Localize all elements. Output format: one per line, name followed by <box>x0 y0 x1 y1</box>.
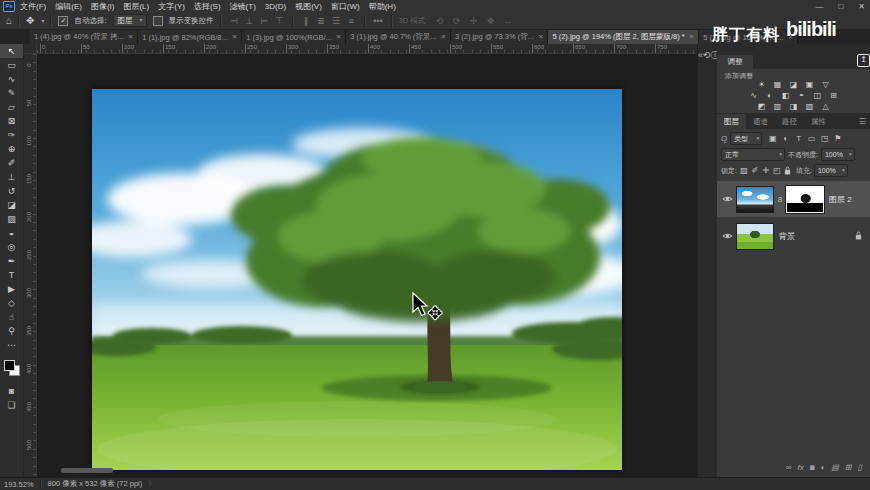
eyedropper-tool[interactable]: ✑ <box>0 128 23 142</box>
home-icon[interactable]: ⌂ <box>6 15 12 26</box>
visibility-eye-icon[interactable] <box>721 232 733 240</box>
filter-type-dropdown[interactable]: 类型 <box>730 132 762 145</box>
menu-item-1[interactable]: 文件(F) <box>20 1 46 12</box>
blur-tool[interactable]: ◒ <box>0 226 23 240</box>
tab-close-icon[interactable]: ✕ <box>336 33 341 41</box>
doc-tab-4[interactable]: 3 (1).jpg @ 40.7% (背景...✕ <box>346 30 451 44</box>
color-lookup-icon[interactable]: ⊞ <box>827 91 840 101</box>
close-button[interactable]: ✕ <box>858 2 865 11</box>
menu-item-3[interactable]: 图像(I) <box>91 1 115 12</box>
shape-tool[interactable]: ◇ <box>0 296 23 310</box>
fill-dropdown[interactable]: 100% <box>814 164 848 177</box>
3d-slide-icon[interactable]: ✥ <box>484 16 497 26</box>
menu-item-6[interactable]: 选择(S) <box>194 1 221 12</box>
more-options-icon[interactable]: ••• <box>372 16 385 26</box>
foreground-swatch[interactable] <box>4 360 15 371</box>
minimize-button[interactable]: — <box>815 2 823 11</box>
edit-toolbar-icon[interactable]: ⋯ <box>0 338 23 352</box>
menu-item-2[interactable]: 编辑(E) <box>55 1 82 12</box>
tab-close-icon[interactable]: ✕ <box>538 33 543 41</box>
quick-mask-icon[interactable]: ◙ <box>0 384 23 398</box>
dodge-tool[interactable]: ◎ <box>0 240 23 254</box>
threshold-icon[interactable]: ◨ <box>787 102 800 112</box>
zoom-level-field[interactable]: 193.52% <box>4 480 34 489</box>
distribute-left-icon[interactable]: ☰ <box>330 16 343 26</box>
3d-scale-icon[interactable]: ↔ <box>501 16 514 26</box>
3d-roll-icon[interactable]: ⟳ <box>450 16 463 26</box>
spot-healing-brush-tool[interactable]: ⊕ <box>0 142 23 156</box>
menu-item-11[interactable]: 帮助(H) <box>369 1 396 12</box>
new-group-icon[interactable]: ▤ <box>831 463 839 472</box>
filter-adjustment-icon[interactable]: ◐ <box>780 134 791 143</box>
exposure-icon[interactable]: ▣ <box>803 80 816 90</box>
photo-filter-icon[interactable]: ◓ <box>795 91 808 101</box>
distribute-horizontal-icon[interactable]: ≣ <box>315 16 328 26</box>
doc-tab-5[interactable]: 3 (2).jpg @ 73.3% (背...✕ <box>451 30 548 44</box>
layer-row-layer2[interactable]: 8 图层 2 <box>717 181 870 217</box>
color-balance-icon[interactable]: ◐ <box>763 91 776 101</box>
3d-drag-icon[interactable]: ✛ <box>467 16 480 26</box>
visibility-eye-icon[interactable] <box>721 195 733 203</box>
status-chevron-icon[interactable]: 〉 <box>148 479 155 489</box>
tab-close-icon[interactable]: ✕ <box>232 33 237 41</box>
auto-select-checkbox[interactable]: ✓ <box>58 16 68 26</box>
move-tool-icon[interactable]: ✥ <box>26 15 34 26</box>
doc-tab-1[interactable]: 1 (4).jpg @ 40% (背景 拷...✕ <box>30 30 138 44</box>
tab-close-icon[interactable]: ✕ <box>689 33 694 41</box>
layer-name[interactable]: 图层 2 <box>829 194 852 205</box>
gradient-map-icon[interactable]: ▧ <box>803 102 816 112</box>
document-canvas[interactable] <box>92 89 622 470</box>
frame-tool[interactable]: ⊠ <box>0 114 23 128</box>
horizontal-scrollbar[interactable] <box>61 468 113 473</box>
menu-item-4[interactable]: 图层(L) <box>123 1 149 12</box>
curves-icon[interactable]: ◪ <box>787 80 800 90</box>
filter-type-icon[interactable]: T <box>793 134 804 143</box>
levels-icon[interactable]: ▦ <box>771 80 784 90</box>
add-mask-icon[interactable]: ◙ <box>810 463 815 472</box>
hand-tool[interactable]: ☝ <box>0 310 23 324</box>
quick-selection-tool[interactable]: ✎ <box>0 86 23 100</box>
filter-smartobject-icon[interactable]: ◳ <box>819 134 830 143</box>
menu-item-8[interactable]: 3D(D) <box>265 2 286 11</box>
panel-tab-4[interactable]: 属性 <box>804 114 833 129</box>
panel-tab-3[interactable]: 路径 <box>775 114 804 129</box>
vibrance-icon[interactable]: ▽ <box>819 80 832 90</box>
layer-effects-icon[interactable]: fx <box>797 463 803 472</box>
black-white-icon[interactable]: ◧ <box>779 91 792 101</box>
posterize-icon[interactable]: ▥ <box>771 102 784 112</box>
show-transform-checkbox[interactable] <box>153 16 163 26</box>
align-top-icon[interactable]: ⊤ <box>273 16 286 26</box>
filter-shape-icon[interactable]: ▭ <box>806 134 817 143</box>
tab-adjustments[interactable]: 调整 <box>717 55 753 69</box>
panel-tab-2[interactable]: 通道 <box>746 114 775 129</box>
path-selection-tool[interactable]: ▶ <box>0 282 23 296</box>
distribute-top-icon[interactable]: ≡ <box>345 16 358 26</box>
lock-all-icon[interactable] <box>784 166 791 175</box>
distribute-vertical-icon[interactable]: ∥ <box>300 16 313 26</box>
menu-item-7[interactable]: 滤镜(T) <box>230 1 256 12</box>
layer-name[interactable]: 背景 <box>779 231 795 242</box>
tab-close-icon[interactable]: ✕ <box>128 33 133 41</box>
lock-transparent-icon[interactable]: ▨ <box>739 166 749 175</box>
eraser-tool[interactable]: ◪ <box>0 198 23 212</box>
align-left-icon[interactable]: ⊣ <box>228 16 241 26</box>
new-adjustment-icon[interactable]: ◐ <box>820 463 825 472</box>
layer-row-background[interactable]: 背景 <box>717 218 870 254</box>
blend-mode-dropdown[interactable]: 正常 <box>721 148 785 161</box>
rectangular-marquee-tool[interactable]: ▭ <box>0 58 23 72</box>
move-tool[interactable]: ↖ <box>0 44 23 58</box>
invert-icon[interactable]: ◩ <box>755 102 768 112</box>
menu-item-10[interactable]: 窗口(W) <box>331 1 360 12</box>
clone-stamp-tool[interactable]: ⊥ <box>0 170 23 184</box>
delete-layer-icon[interactable]: ▯ <box>858 463 862 472</box>
gradient-tool[interactable]: ▨ <box>0 212 23 226</box>
align-right-icon[interactable]: ⊢ <box>258 16 271 26</box>
channel-mixer-icon[interactable]: ◫ <box>811 91 824 101</box>
canvas-area[interactable] <box>37 54 697 477</box>
filter-pixel-icon[interactable]: ▣ <box>767 134 778 143</box>
3d-rotate-icon[interactable]: ⟲ <box>433 16 446 26</box>
doc-tab-3[interactable]: 1 (3).jpg @ 100%(RGB/...✕ <box>242 30 346 44</box>
type-tool[interactable]: T <box>0 268 23 282</box>
tab-close-icon[interactable]: ✕ <box>441 33 446 41</box>
brush-tool[interactable]: ✐ <box>0 156 23 170</box>
